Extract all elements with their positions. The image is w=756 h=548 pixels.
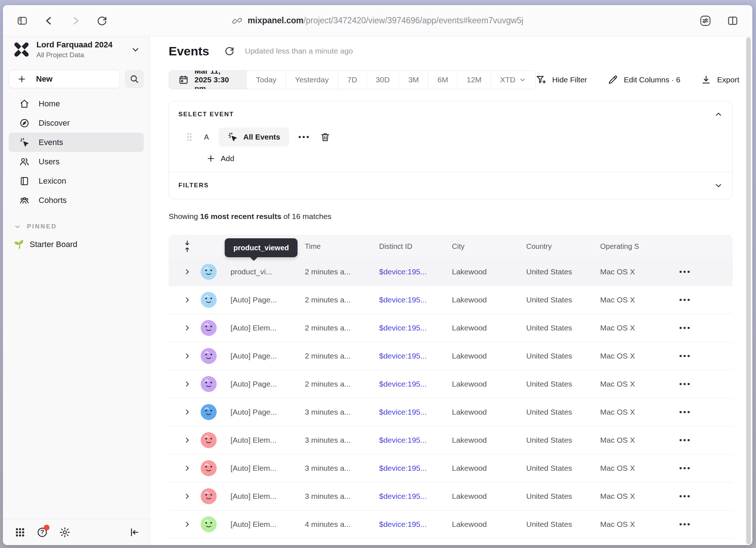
column-header-city[interactable]: City <box>452 242 526 251</box>
distinct-id-link[interactable]: $device:195... <box>379 324 452 332</box>
vertical-scrollbar[interactable] <box>746 37 751 544</box>
distinct-id-link[interactable]: $device:195... <box>379 520 452 529</box>
distinct-id-link[interactable]: $device:195... <box>379 464 452 473</box>
sidebar-item-lexicon[interactable]: Lexicon <box>9 171 144 191</box>
collapse-sidebar-icon[interactable] <box>129 527 140 538</box>
distinct-id-link[interactable]: $device:195... <box>379 492 452 501</box>
distinct-id-link[interactable]: $device:195... <box>379 295 452 304</box>
search-button[interactable] <box>125 70 144 88</box>
date-range-option[interactable]: 7D <box>338 71 366 89</box>
refresh-icon[interactable] <box>224 46 235 56</box>
date-range-option[interactable]: Today <box>247 71 286 89</box>
hide-filter-button[interactable]: Hide Filter <box>536 74 587 85</box>
apps-grid-icon[interactable] <box>15 527 25 538</box>
row-actions-icon[interactable] <box>680 327 690 329</box>
add-event-button[interactable]: Add <box>206 154 723 163</box>
event-more-options-icon[interactable] <box>299 136 309 138</box>
users-icon <box>19 156 30 167</box>
trash-icon[interactable] <box>320 132 331 142</box>
column-header-time[interactable]: Time <box>305 242 379 251</box>
distinct-id-link[interactable]: $device:195... <box>379 352 452 360</box>
page-settings-icon[interactable] <box>699 15 712 27</box>
expand-row-icon[interactable] <box>178 408 196 416</box>
back-button-icon[interactable] <box>44 15 55 26</box>
expand-row-icon[interactable] <box>178 465 196 472</box>
date-range-option[interactable]: 12M <box>457 71 491 89</box>
country-cell: United States <box>526 408 600 416</box>
table-row[interactable]: [Auto] Page... 2 minutes a... $device:19… <box>169 286 733 314</box>
row-actions-icon[interactable] <box>680 495 690 497</box>
sidebar-item-cohorts[interactable]: Cohorts <box>9 191 144 210</box>
pinned-section-header[interactable]: PINNED <box>14 223 144 230</box>
sidebar-item-users[interactable]: Users <box>9 152 144 171</box>
sidebar-item-discover[interactable]: Discover <box>9 113 144 133</box>
distinct-id-link[interactable]: $device:195... <box>379 267 452 276</box>
date-range-option[interactable]: 30D <box>366 71 399 89</box>
os-cell: Mac OS X <box>600 520 669 529</box>
expand-row-icon[interactable] <box>178 324 196 332</box>
row-actions-icon[interactable] <box>680 523 690 525</box>
table-row[interactable]: [Auto] Elem... 3 minutes a... $device:19… <box>169 426 733 454</box>
settings-gear-icon[interactable] <box>59 527 71 538</box>
sidebar-item-starter-board[interactable]: 🌱 Starter Board <box>14 240 144 249</box>
event-selector-pill[interactable]: All Events <box>218 128 289 146</box>
date-range-option[interactable]: Yesterday <box>286 71 338 89</box>
drag-handle-icon[interactable] <box>186 132 192 142</box>
row-actions-icon[interactable] <box>680 439 690 441</box>
date-picker-button[interactable]: Mar 11, 2025 3:30 pm <box>169 71 247 89</box>
chevron-up-icon[interactable] <box>714 110 723 119</box>
reload-button-icon[interactable] <box>96 15 108 27</box>
table-row[interactable]: [Auto] Page... 2 minutes a... $device:19… <box>169 370 733 398</box>
expand-row-icon[interactable] <box>178 437 196 444</box>
row-actions-icon[interactable] <box>680 299 690 301</box>
table-row-partial[interactable] <box>169 539 733 545</box>
row-actions-icon[interactable] <box>680 383 690 385</box>
edit-columns-button[interactable]: Edit Columns · 6 <box>607 74 680 85</box>
table-row[interactable]: [Auto] Page... 2 minutes a... $device:19… <box>169 342 733 370</box>
expand-row-icon[interactable] <box>178 296 196 304</box>
time-cell: 4 minutes a... <box>305 520 379 529</box>
country-cell: United States <box>526 380 600 388</box>
expand-row-icon[interactable] <box>178 268 196 275</box>
expand-row-icon[interactable] <box>178 493 196 500</box>
event-name-cell: [Auto] Page... <box>221 408 305 416</box>
row-actions-icon[interactable] <box>680 355 690 357</box>
table-row[interactable]: [Auto] Elem... 3 minutes a... $device:19… <box>169 454 733 482</box>
distinct-id-link[interactable]: $device:195... <box>379 380 452 388</box>
table-row[interactable]: [Auto] Page... 3 minutes a... $device:19… <box>169 398 733 426</box>
column-header-distinct-id[interactable]: Distinct ID <box>379 242 452 251</box>
distinct-id-link[interactable]: $device:195... <box>379 436 452 445</box>
row-actions-icon[interactable] <box>680 467 690 469</box>
date-range-option[interactable]: XTD <box>491 71 535 89</box>
table-row[interactable]: product_vi... 2 minutes a... $device:195… <box>169 258 733 286</box>
row-actions-icon[interactable] <box>680 411 690 413</box>
expand-row-icon[interactable] <box>178 380 196 388</box>
chevron-down-icon[interactable] <box>714 181 723 190</box>
sidebar-item-home[interactable]: Home <box>9 94 144 113</box>
table-row[interactable]: [Auto] Elem... 2 minutes a... $device:19… <box>169 314 733 342</box>
split-view-icon[interactable] <box>727 15 739 27</box>
row-actions-icon[interactable] <box>680 271 690 273</box>
time-cell: 2 minutes a... <box>305 380 379 388</box>
collapse-rows-icon[interactable] <box>178 240 196 253</box>
city-cell: Lakewood <box>452 492 526 501</box>
project-switcher[interactable]: Lord Farquaad 2024 All Project Data <box>13 40 142 59</box>
expand-row-icon[interactable] <box>178 521 196 528</box>
help-button[interactable]: ? <box>36 527 48 538</box>
filters-section[interactable]: FILTERS <box>169 172 732 199</box>
column-header-os[interactable]: Operating S <box>600 242 669 251</box>
browser-sidebar-toggle-icon[interactable] <box>16 15 28 26</box>
os-cell: Mac OS X <box>600 380 669 388</box>
sidebar-item-events[interactable]: Events <box>9 133 144 152</box>
date-range-option[interactable]: 6M <box>428 71 457 89</box>
column-header-country[interactable]: Country <box>526 242 600 251</box>
address-bar[interactable]: mixpanel.com/project/3472420/view/397469… <box>232 16 523 26</box>
date-range-option[interactable]: 3M <box>399 71 428 89</box>
table-row[interactable]: [Auto] Elem... 3 minutes a... $device:19… <box>169 482 733 510</box>
export-button[interactable]: Export <box>701 74 739 85</box>
event-avatar <box>201 348 217 364</box>
table-row[interactable]: [Auto] Elem... 4 minutes a... $device:19… <box>169 510 733 539</box>
distinct-id-link[interactable]: $device:195... <box>379 408 452 416</box>
new-button[interactable]: New <box>9 70 120 88</box>
expand-row-icon[interactable] <box>178 352 196 360</box>
